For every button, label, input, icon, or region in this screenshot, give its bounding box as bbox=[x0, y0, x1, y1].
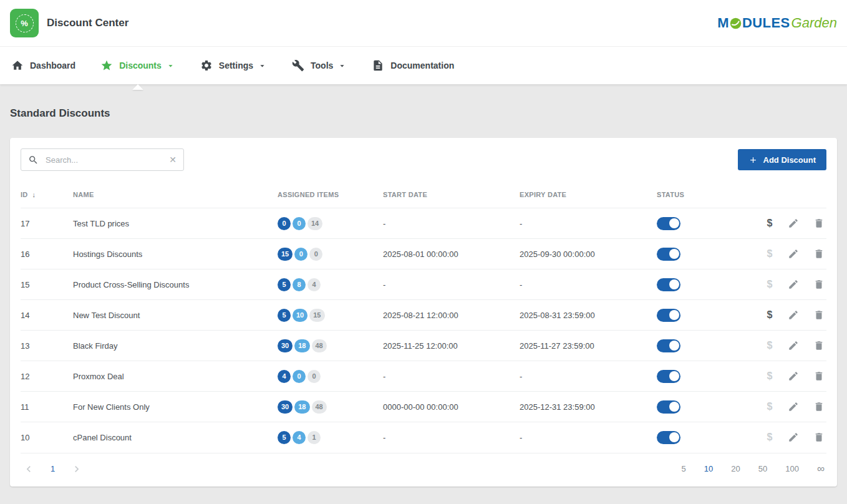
nav-item-settings[interactable]: Settings bbox=[188, 47, 279, 84]
delete-icon[interactable] bbox=[813, 279, 825, 290]
app-header: % Discount Center M DULES Garden bbox=[0, 0, 847, 47]
row-actions-cell: $ bbox=[750, 239, 826, 269]
row-assigned-items: 0014 bbox=[278, 208, 383, 239]
assigned-count-badge: 0 bbox=[307, 370, 321, 383]
delete-icon[interactable] bbox=[813, 371, 825, 382]
row-assigned-items: 301848 bbox=[278, 331, 383, 361]
row-actions-cell: $ bbox=[750, 392, 826, 422]
caret-down-icon bbox=[337, 61, 347, 70]
nav-item-discounts[interactable]: Discounts bbox=[88, 47, 188, 84]
edit-icon[interactable] bbox=[788, 432, 799, 443]
row-status bbox=[657, 392, 750, 422]
status-toggle[interactable] bbox=[657, 431, 680, 444]
edit-icon[interactable] bbox=[788, 401, 799, 412]
assigned-count-badge: 5 bbox=[278, 278, 291, 291]
add-discount-button[interactable]: Add Discount bbox=[738, 149, 827, 170]
toggle-knob bbox=[669, 279, 679, 289]
modulesgarden-logo: M DULES Garden bbox=[717, 15, 837, 31]
status-toggle[interactable] bbox=[657, 217, 680, 230]
row-start-date: 2025-08-01 00:00:00 bbox=[383, 239, 520, 269]
assigned-count-badge: 15 bbox=[309, 309, 324, 322]
pricing-icon[interactable]: $ bbox=[766, 371, 773, 382]
edit-icon[interactable] bbox=[788, 218, 799, 229]
row-assigned-items: 584 bbox=[278, 269, 383, 300]
status-toggle[interactable] bbox=[657, 248, 680, 261]
row-expiry-date: - bbox=[520, 361, 657, 392]
page-size-option-10[interactable]: 10 bbox=[704, 464, 713, 473]
search-input[interactable] bbox=[44, 155, 163, 165]
column-header-id[interactable]: ID↓ bbox=[21, 186, 73, 208]
delete-icon[interactable] bbox=[813, 248, 825, 259]
assigned-count-badge: 8 bbox=[293, 278, 306, 291]
chevron-right-icon[interactable] bbox=[70, 463, 83, 475]
page-size-option-5[interactable]: 5 bbox=[682, 464, 686, 473]
assigned-count-badge: 18 bbox=[294, 400, 309, 414]
status-toggle[interactable] bbox=[657, 278, 680, 291]
delete-icon[interactable] bbox=[813, 432, 825, 443]
assigned-count-badge: 30 bbox=[278, 339, 293, 352]
page-size-option-20[interactable]: 20 bbox=[731, 464, 740, 473]
row-actions-cell: $ bbox=[750, 269, 826, 300]
status-toggle[interactable] bbox=[657, 400, 680, 414]
nav-item-documentation[interactable]: Documentation bbox=[359, 47, 467, 84]
edit-icon[interactable] bbox=[788, 371, 799, 382]
page-title: Standard Discounts bbox=[10, 107, 837, 120]
row-id: 16 bbox=[21, 239, 73, 269]
row-id: 13 bbox=[21, 331, 73, 361]
delete-icon[interactable] bbox=[813, 309, 825, 321]
edit-icon[interactable] bbox=[788, 279, 799, 290]
assigned-count-badge: 0 bbox=[293, 217, 306, 230]
chevron-left-icon[interactable] bbox=[22, 463, 35, 475]
table-body: 17Test TLD prices0014--$16Hostings Disco… bbox=[21, 208, 826, 453]
status-toggle[interactable] bbox=[657, 309, 680, 322]
status-toggle[interactable] bbox=[657, 339, 680, 352]
caret-down-icon bbox=[166, 61, 175, 70]
logo-text-modules-prefix: M bbox=[717, 15, 729, 31]
pricing-icon[interactable]: $ bbox=[766, 279, 773, 290]
page-size-option-50[interactable]: 50 bbox=[758, 464, 767, 473]
pricing-icon[interactable]: $ bbox=[766, 218, 773, 229]
row-name: Product Cross-Selling Discounts bbox=[73, 269, 278, 300]
delete-icon[interactable] bbox=[813, 218, 825, 229]
column-header-start[interactable]: START DATE bbox=[383, 186, 520, 208]
row-start-date: 0000-00-00 00:00:00 bbox=[383, 392, 520, 422]
row-status bbox=[657, 422, 750, 453]
pricing-icon[interactable]: $ bbox=[766, 248, 773, 259]
pricing-icon[interactable]: $ bbox=[766, 432, 773, 443]
table-row: 11For New Clients Only3018480000-00-00 0… bbox=[21, 392, 826, 422]
row-assigned-items: 400 bbox=[278, 361, 383, 392]
pricing-icon[interactable]: $ bbox=[766, 340, 773, 351]
pricing-icon[interactable]: $ bbox=[766, 309, 773, 321]
pricing-icon[interactable]: $ bbox=[766, 401, 773, 412]
assigned-items-badges: 400 bbox=[278, 370, 383, 383]
assigned-items-badges: 0014 bbox=[278, 217, 383, 230]
column-header-status[interactable]: STATUS bbox=[657, 186, 750, 208]
page-size-option-all[interactable]: ∞ bbox=[817, 463, 825, 474]
delete-icon[interactable] bbox=[813, 401, 825, 412]
column-header-label: START DATE bbox=[383, 191, 427, 198]
clear-search-icon[interactable]: ✕ bbox=[169, 155, 177, 164]
column-header-expiry[interactable]: EXPIRY DATE bbox=[520, 186, 657, 208]
row-actions: $ bbox=[750, 340, 826, 351]
nav-item-label: Tools bbox=[311, 61, 333, 70]
column-header-name[interactable]: NAME bbox=[73, 186, 278, 208]
assigned-count-badge: 0 bbox=[294, 248, 307, 261]
discounts-table: ID↓NAMEASSIGNED ITEMSSTART DATEEXPIRY DA… bbox=[21, 186, 826, 453]
column-header-label: ID bbox=[21, 191, 28, 198]
status-toggle[interactable] bbox=[657, 370, 680, 383]
nav-item-dashboard[interactable]: Dashboard bbox=[10, 47, 88, 84]
edit-icon[interactable] bbox=[788, 309, 799, 321]
edit-icon[interactable] bbox=[788, 340, 799, 351]
nav-item-tools[interactable]: Tools bbox=[279, 47, 359, 84]
row-status bbox=[657, 239, 750, 269]
page-number[interactable]: 1 bbox=[51, 464, 55, 473]
row-actions-cell: $ bbox=[750, 422, 826, 453]
column-header-label: NAME bbox=[73, 191, 94, 198]
edit-icon[interactable] bbox=[788, 248, 799, 259]
page-size-option-100[interactable]: 100 bbox=[785, 464, 799, 473]
page-navigation: 1 bbox=[22, 463, 83, 475]
delete-icon[interactable] bbox=[813, 340, 825, 351]
assigned-count-badge: 5 bbox=[278, 309, 291, 322]
column-header-assigned[interactable]: ASSIGNED ITEMS bbox=[278, 186, 383, 208]
table-header: ID↓NAMEASSIGNED ITEMSSTART DATEEXPIRY DA… bbox=[21, 186, 826, 208]
